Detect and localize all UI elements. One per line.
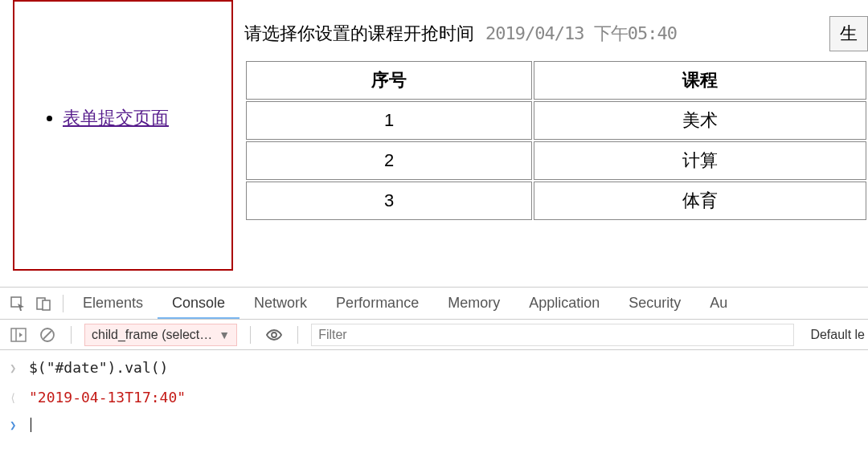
course-table: 序号 课程 1 美术 2 计算 3 体育 [244, 59, 868, 222]
page-top-area: 表单提交页面 请选择你设置的课程开抢时间 2019/04/13 下午05:40 … [0, 0, 868, 287]
table-header-row: 序号 课程 [246, 61, 866, 100]
svg-line-7 [43, 331, 51, 339]
svg-rect-2 [43, 300, 50, 310]
console-output-value: "2019-04-13T17:40" [29, 386, 186, 410]
execution-context-dropdown[interactable]: child_frame (select… ▼ [84, 324, 237, 346]
live-expression-icon[interactable] [264, 324, 285, 345]
prompt-marker-icon: ❯ [10, 416, 23, 434]
cell-seq: 2 [246, 141, 532, 180]
devtools-panel: Elements Console Network Performance Mem… [0, 287, 868, 461]
output-marker-icon: ⟨ [10, 389, 23, 406]
form-header-row: 请选择你设置的课程开抢时间 2019/04/13 下午05:40 生 [244, 16, 868, 51]
inspect-element-icon[interactable] [6, 292, 29, 315]
input-marker-icon: ❯ [10, 359, 23, 377]
generate-button[interactable]: 生 [829, 16, 868, 51]
tab-application[interactable]: Application [514, 288, 614, 318]
svg-point-8 [272, 332, 276, 337]
cell-course: 美术 [534, 101, 866, 140]
cell-course: 体育 [534, 182, 866, 220]
svg-rect-3 [11, 328, 26, 341]
clear-console-icon[interactable] [37, 324, 58, 345]
tab-memory[interactable]: Memory [433, 288, 514, 318]
form-submit-page-link[interactable]: 表单提交页面 [63, 108, 169, 128]
date-prompt-label: 请选择你设置的课程开抢时间 [244, 22, 474, 46]
console-sidebar-toggle-icon[interactable] [8, 324, 29, 345]
console-toolbar: child_frame (select… ▼ Default le [0, 320, 868, 350]
tab-network[interactable]: Network [240, 288, 321, 318]
device-toolbar-icon[interactable] [32, 292, 55, 315]
tab-performance[interactable]: Performance [321, 288, 433, 318]
header-seq: 序号 [246, 61, 532, 100]
table-row: 2 计算 [246, 141, 866, 180]
header-course: 课程 [534, 61, 866, 100]
console-filter-input[interactable] [311, 324, 794, 346]
svg-marker-5 [19, 332, 23, 337]
tab-console[interactable]: Console [158, 288, 240, 318]
tab-audits[interactable]: Au [695, 288, 742, 318]
tab-elements[interactable]: Elements [68, 288, 158, 318]
cell-course: 计算 [534, 141, 866, 180]
cell-seq: 3 [246, 182, 532, 220]
context-label: child_frame (select… [92, 328, 212, 342]
cursor-icon [31, 418, 31, 432]
sidebar-list-item: 表单提交页面 [63, 106, 231, 130]
chevron-down-icon: ▼ [219, 328, 230, 341]
table-row: 3 体育 [246, 182, 866, 220]
tab-security[interactable]: Security [614, 288, 695, 318]
sidebar-panel: 表单提交页面 [13, 0, 233, 271]
console-input-line: ❯ $("#date").val() [0, 353, 868, 383]
table-row: 1 美术 [246, 101, 866, 140]
main-content: 请选择你设置的课程开抢时间 2019/04/13 下午05:40 生 序号 课程… [233, 0, 868, 287]
datetime-input[interactable]: 2019/04/13 下午05:40 [485, 22, 677, 46]
console-input-code: $("#date").val() [29, 357, 168, 380]
log-level-dropdown[interactable]: Default le [810, 328, 868, 342]
cell-seq: 1 [246, 101, 532, 140]
console-output-line: ⟨ "2019-04-13T17:40" [0, 383, 868, 413]
devtools-tab-bar: Elements Console Network Performance Mem… [0, 288, 868, 320]
console-prompt-line[interactable]: ❯ [0, 413, 868, 437]
console-output-area: ❯ $("#date").val() ⟨ "2019-04-13T17:40" … [0, 350, 868, 440]
